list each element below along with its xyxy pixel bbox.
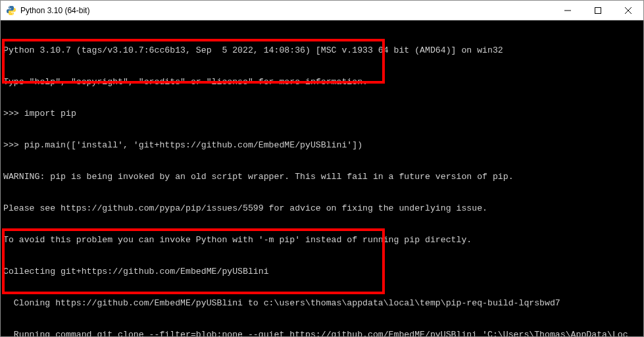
svg-rect-3	[595, 7, 601, 13]
svg-point-1	[12, 13, 13, 14]
maximize-button[interactable]	[583, 1, 613, 20]
window-title: Python 3.10 (64-bit)	[20, 6, 553, 15]
svg-point-0	[9, 7, 10, 7]
output-line: To avoid this problem you can invoke Pyt…	[3, 235, 641, 246]
output-line: Cloning https://github.com/EmbedME/pyUSB…	[3, 298, 641, 309]
window-controls	[553, 1, 643, 20]
output-line: Running command git clone --filter=blob:…	[3, 330, 641, 337]
repl-line: >>> import pip	[3, 109, 641, 119]
repl-line: >>> pip.main(['install', 'git+https://gi…	[3, 140, 641, 151]
close-button[interactable]	[613, 1, 643, 20]
output-line: Please see https://github.com/pypa/pip/i…	[3, 203, 641, 214]
python-icon	[6, 5, 16, 16]
titlebar[interactable]: Python 3.10 (64-bit)	[1, 1, 643, 20]
terminal-area[interactable]: Python 3.10.7 (tags/v3.10.7:6cc6b13, Sep…	[1, 20, 643, 336]
output-line: Collecting git+https://github.com/EmbedM…	[3, 267, 641, 277]
output-line: WARNING: pip is being invoked by an old …	[3, 172, 641, 182]
minimize-button[interactable]	[553, 1, 583, 20]
output-line: Python 3.10.7 (tags/v3.10.7:6cc6b13, Sep…	[3, 45, 641, 56]
output-line: Type "help", "copyright", "credits" or "…	[3, 77, 641, 88]
